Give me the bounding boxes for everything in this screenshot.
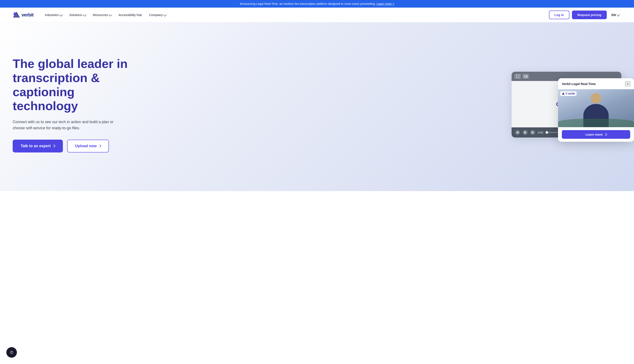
fullscreen-icon[interactable] (515, 74, 521, 79)
pip-icon[interactable] (523, 74, 529, 79)
popup-person-image: V verbit (558, 89, 634, 127)
hero-section: The global leader in transcription & cap… (0, 22, 634, 191)
talk-to-expert-button[interactable]: Talk to an expert (13, 140, 63, 152)
svg-rect-5 (524, 132, 525, 134)
chevron-down-icon (109, 13, 112, 16)
announcement-link[interactable]: Learn more > (377, 2, 394, 6)
popup-title: Verbit Legal Real-Time (562, 82, 596, 86)
popup-header: Verbit Legal Real-Time × (558, 78, 634, 89)
upload-now-button[interactable]: Upload now (67, 140, 109, 152)
logo[interactable]: verbit (13, 11, 34, 19)
announcement-text: Announcing Legal Real-Time, an intuitive… (240, 2, 376, 6)
fast-forward-button[interactable] (530, 130, 535, 135)
chevron-down-icon (59, 13, 63, 16)
rewind-button[interactable] (515, 130, 520, 135)
nav-industries[interactable]: Industries (42, 12, 65, 18)
header-actions: Log in Request pricing EN (549, 10, 621, 19)
hero-buttons: Talk to an expert Upload now (13, 140, 305, 152)
verbit-logo-icon (13, 11, 20, 19)
login-button[interactable]: Log in (549, 10, 569, 19)
video-time: 0:00 (538, 131, 543, 134)
nav-company[interactable]: Company (146, 12, 169, 18)
chevron-down-icon (616, 13, 620, 16)
chevron-down-icon (83, 13, 87, 16)
popup-image: V verbit (558, 89, 634, 127)
nav-resources[interactable]: Resources (90, 12, 114, 18)
logo-text: verbit (22, 12, 34, 18)
svg-rect-4 (526, 76, 527, 77)
request-pricing-button[interactable]: Request pricing (572, 10, 607, 19)
learn-more-button[interactable]: Learn more (562, 130, 630, 139)
hero-subtitle: Connect with us to see our tech in actio… (13, 119, 122, 131)
pause-button[interactable] (523, 130, 528, 135)
nav-solutions[interactable]: Solutions (66, 12, 89, 18)
popup-logo-badge: V verbit (560, 91, 577, 96)
chevron-right-icon (604, 133, 607, 136)
nav-accessibility-hub[interactable]: Accessibility hub (115, 12, 145, 18)
svg-marker-7 (562, 92, 564, 95)
header: verbit Industries Solutions Resources Ac… (0, 8, 634, 22)
person-head (591, 93, 601, 104)
popup-card: Verbit Legal Real-Time × V verbit (558, 78, 634, 142)
hero-content: The global leader in transcription & cap… (13, 57, 305, 152)
hero-title: The global leader in transcription & cap… (13, 57, 305, 113)
person-background-greenery (558, 119, 634, 127)
svg-rect-6 (525, 132, 526, 134)
hero-visual: Capture (305, 72, 621, 138)
chevron-down-icon (163, 13, 167, 16)
progress-thumb (546, 131, 548, 134)
language-selector[interactable]: EN (609, 12, 621, 18)
popup-footer: Learn more (558, 127, 634, 142)
popup-close-button[interactable]: × (625, 81, 630, 86)
chevron-right-icon (98, 144, 101, 148)
announcement-bar: Announcing Legal Real-Time, an intuitive… (0, 0, 634, 8)
chevron-right-icon (52, 144, 55, 148)
main-nav: Industries Solutions Resources Accessibi… (42, 12, 549, 18)
